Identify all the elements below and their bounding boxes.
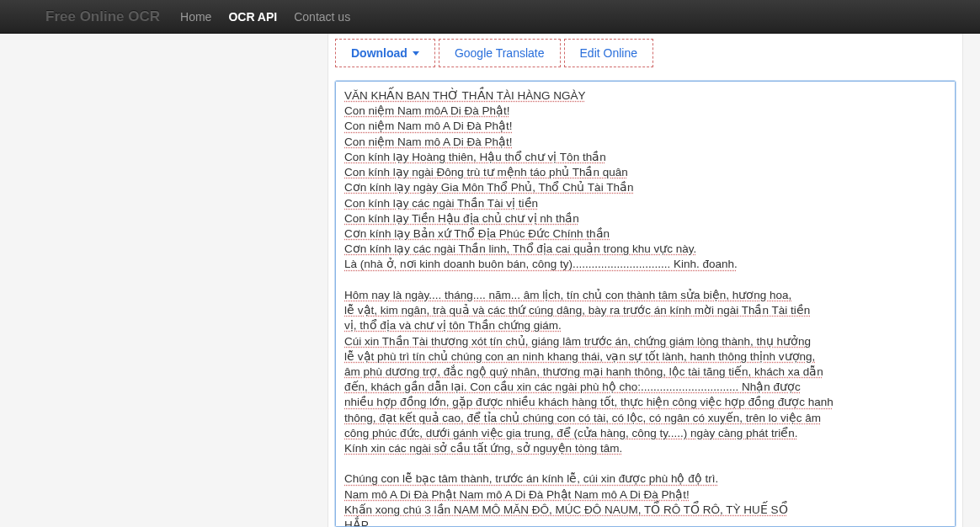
ocr-output-textarea[interactable] <box>335 81 956 527</box>
download-label: Download <box>351 46 407 60</box>
nav-home[interactable]: Home <box>180 10 211 24</box>
page-wrap: Download Google Translate Edit Online <box>0 34 980 527</box>
content-column: Download Google Translate Edit Online <box>328 34 963 527</box>
download-button[interactable]: Download <box>335 39 435 67</box>
edit-online-button[interactable]: Edit Online <box>564 39 653 67</box>
google-translate-button[interactable]: Google Translate <box>439 39 561 67</box>
nav-ocr-api[interactable]: OCR API <box>228 10 277 24</box>
navbar-brand[interactable]: Free Online OCR <box>13 8 160 25</box>
chevron-down-icon <box>413 51 419 56</box>
toolbar: Download Google Translate Edit Online <box>328 34 962 77</box>
nav-contact[interactable]: Contact us <box>294 10 350 24</box>
navbar: Free Online OCR Home OCR API Contact us <box>0 0 980 34</box>
